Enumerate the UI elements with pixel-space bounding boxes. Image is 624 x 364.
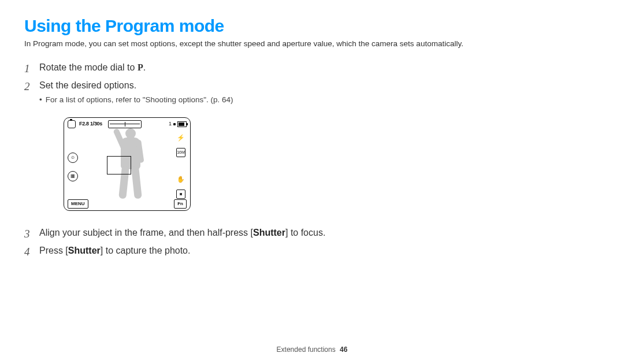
footer-section: Extended functions	[277, 346, 336, 354]
shots-count: 1	[169, 120, 172, 128]
focus-frame	[107, 156, 131, 174]
sub-bullet: • For a list of options, refer to "Shoot…	[39, 92, 394, 106]
display-icon: ▦	[68, 171, 78, 181]
flash-icon: ⚡	[177, 134, 185, 142]
step-text: Rotate the mode dial to	[39, 62, 138, 72]
step-text: Align your subject in the frame, and the…	[39, 228, 253, 237]
step-number: 3	[24, 226, 30, 242]
metering-icon: ◙	[176, 190, 185, 199]
sub-text: For a list of options, refer to "Shootin…	[46, 94, 233, 106]
shutter-bold: Shutter	[68, 246, 101, 255]
intro-text: In Program mode, you can set most option…	[0, 39, 624, 48]
camera-lcd-illustration: F2.8 1/30s 1 ☺ ▦ ⚡ 16M	[64, 117, 191, 211]
step-2: 2 Set the desired options. • For a list …	[24, 79, 394, 110]
page-title: Using the Program mode	[0, 0, 624, 39]
size-icon: 16M	[176, 148, 185, 157]
step-number: 1	[24, 61, 30, 77]
step-list: 1 Rotate the mode dial to P. 2 Set the d…	[24, 61, 394, 262]
page-footer: Extended functions 46	[0, 346, 624, 354]
step-1: 1 Rotate the mode dial to P.	[24, 61, 394, 79]
screen-illustration-item: F2.8 1/30s 1 ☺ ▦ ⚡ 16M	[24, 117, 394, 226]
step-4: 4 Press [Shutter] to capture the photo.	[24, 244, 394, 262]
menu-button-label: MENU	[68, 199, 88, 209]
footer-page-number: 46	[340, 346, 347, 354]
shutter-bold: Shutter	[253, 228, 285, 237]
fn-button-label: Fn	[174, 199, 187, 209]
battery-icon	[177, 121, 187, 127]
manual-page: Using the Program mode In Program mode, …	[0, 0, 624, 364]
card-icon	[173, 123, 176, 125]
face-detect-icon: ☺	[68, 153, 78, 163]
step-number: 2	[24, 79, 30, 95]
step-text-post: ] to focus.	[285, 228, 325, 237]
exposure-readout: F2.8 1/30s	[79, 120, 102, 128]
ois-icon: ✋	[177, 176, 185, 184]
camera-mode-icon	[68, 120, 76, 128]
step-number: 4	[24, 244, 30, 260]
step-text-post: ] to capture the photo.	[101, 246, 191, 255]
step-text: Set the desired options.	[39, 80, 136, 90]
mode-p-icon: P	[138, 62, 143, 72]
step-text: Press [	[39, 246, 68, 255]
ev-scale-icon	[108, 120, 142, 128]
step-3: 3 Align your subject in the frame, and t…	[24, 226, 394, 244]
bullet-icon: •	[39, 94, 46, 106]
step-text-post: .	[143, 62, 146, 72]
